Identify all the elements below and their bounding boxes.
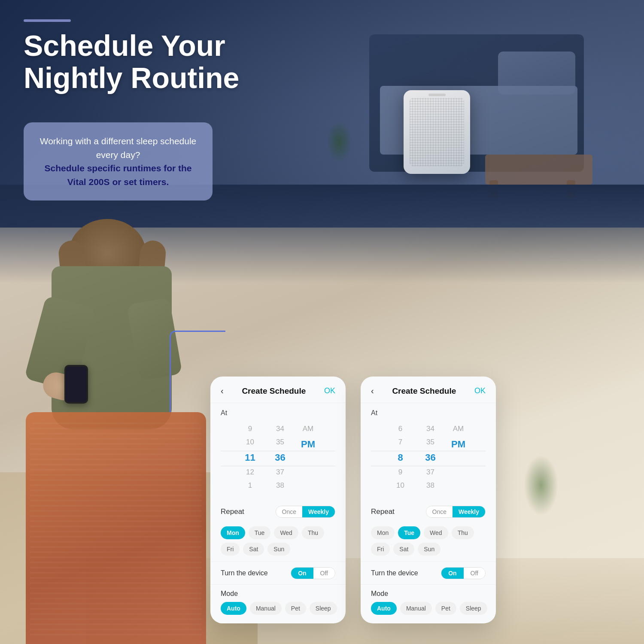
- repeat-toggle-left[interactable]: Once Weekly: [276, 506, 335, 518]
- repeat-label-left: Repeat: [221, 507, 244, 516]
- ampm-col-right[interactable]: AM PM: [446, 423, 471, 492]
- hour-10-left: 10: [246, 436, 254, 449]
- min-36-right: 36: [425, 450, 435, 465]
- day-sun-left[interactable]: Sun: [267, 543, 290, 556]
- min-35-right: 35: [426, 436, 434, 449]
- device-toggle-right[interactable]: On Off: [441, 567, 486, 579]
- day-mon-left[interactable]: Mon: [221, 526, 245, 539]
- mode-auto-right[interactable]: Auto: [371, 602, 397, 615]
- day-thu-left[interactable]: Thu: [302, 526, 324, 539]
- device-label-right: Turn the device: [371, 569, 418, 577]
- device-row-right: Turn the device On Off: [361, 562, 496, 584]
- hour-6-right: 6: [398, 423, 402, 435]
- min-36-left: 36: [275, 450, 285, 465]
- mode-manual-left[interactable]: Manual: [250, 602, 282, 615]
- min-34-right: 34: [426, 423, 434, 435]
- min-37-left: 37: [276, 466, 284, 479]
- hero-section: Schedule Your Nightly Routine: [24, 19, 239, 94]
- day-thu-right[interactable]: Thu: [452, 526, 474, 539]
- device-on-left[interactable]: On: [291, 568, 313, 579]
- day-fri-right[interactable]: Fri: [371, 543, 390, 556]
- hero-title: Schedule Your Nightly Routine: [24, 30, 239, 94]
- min-37-right: 37: [426, 466, 434, 479]
- card-left-header: ‹ Create Schedule OK: [210, 377, 346, 403]
- card-left-title: Create Schedule: [242, 386, 306, 396]
- repeat-weekly-left[interactable]: Weekly: [302, 506, 335, 517]
- am-left: AM: [303, 423, 314, 435]
- device-off-left[interactable]: Off: [313, 568, 335, 579]
- minute-col-right[interactable]: 34 35 36 37 38: [416, 423, 446, 492]
- time-picker-right[interactable]: 6 7 8 9 10 34 35 36 37 38 AM PM: [371, 420, 486, 496]
- min-38-right: 38: [426, 480, 434, 492]
- repeat-weekly-right[interactable]: Weekly: [453, 506, 485, 517]
- ok-button-left[interactable]: OK: [324, 386, 335, 395]
- pm-left: PM: [301, 436, 315, 452]
- pm-right: PM: [451, 436, 465, 452]
- day-wed-left[interactable]: Wed: [274, 526, 298, 539]
- mode-auto-left[interactable]: Auto: [221, 602, 246, 615]
- day-sat-right[interactable]: Sat: [393, 543, 414, 556]
- repeat-once-left[interactable]: Once: [276, 506, 302, 517]
- min-34-left: 34: [276, 423, 284, 435]
- hour-1-left: 1: [248, 480, 252, 492]
- ampm-col-left[interactable]: AM PM: [295, 423, 321, 492]
- mode-row-right: Auto Manual Pet Sleep: [371, 602, 486, 615]
- day-sat-left[interactable]: Sat: [243, 543, 264, 556]
- device-off-right[interactable]: Off: [464, 568, 485, 579]
- mode-sleep-right[interactable]: Sleep: [460, 602, 487, 615]
- hour-10-right: 10: [396, 480, 404, 492]
- hour-11-left: 11: [245, 450, 255, 465]
- time-divider-bottom-right: [371, 466, 486, 466]
- mode-label-right: Mode: [371, 590, 486, 598]
- at-label-right: At: [371, 409, 486, 417]
- ok-button-right[interactable]: OK: [474, 386, 486, 395]
- day-tue-right[interactable]: Tue: [398, 526, 420, 539]
- hour-9-left: 9: [248, 423, 252, 435]
- back-icon-left[interactable]: ‹: [221, 386, 224, 396]
- mode-pet-right[interactable]: Pet: [435, 602, 456, 615]
- mode-section-right: Mode Auto Manual Pet Sleep: [361, 584, 496, 623]
- mode-sleep-left[interactable]: Sleep: [310, 602, 337, 615]
- card-left: ‹ Create Schedule OK At 9 10 11 12 1 34 …: [210, 377, 346, 623]
- repeat-label-right: Repeat: [371, 507, 395, 516]
- device-on-right[interactable]: On: [441, 568, 463, 579]
- hour-col-right[interactable]: 6 7 8 9 10: [386, 423, 416, 492]
- day-tue-left[interactable]: Tue: [249, 526, 271, 539]
- at-label-left: At: [221, 409, 335, 417]
- card-right-header: ‹ Create Schedule OK: [361, 377, 496, 403]
- am-right: AM: [453, 423, 464, 435]
- days-row-right: Mon Tue Wed Thu Fri Sat Sun: [361, 524, 496, 562]
- hour-col-left[interactable]: 9 10 11 12 1: [235, 423, 265, 492]
- repeat-toggle-right[interactable]: Once Weekly: [426, 506, 486, 518]
- repeat-row-left: Repeat Once Weekly: [210, 500, 346, 524]
- mode-pet-left[interactable]: Pet: [285, 602, 306, 615]
- info-box-text: Working with a different sleep schedule …: [37, 134, 199, 188]
- card-right: ‹ Create Schedule OK At 6 7 8 9 10 34 35…: [361, 377, 496, 623]
- at-section-left: At 9 10 11 12 1 34 35 36 37 38 AM PM: [210, 403, 346, 500]
- back-icon-right[interactable]: ‹: [371, 386, 374, 396]
- device-row-left: Turn the device On Off: [210, 562, 346, 584]
- repeat-row-right: Repeat Once Weekly: [361, 500, 496, 524]
- mode-row-left: Auto Manual Pet Sleep: [221, 602, 335, 615]
- hour-8-right: 8: [398, 450, 403, 465]
- device-label-left: Turn the device: [221, 569, 268, 577]
- mode-label-left: Mode: [221, 590, 335, 598]
- time-divider-bottom-left: [221, 466, 335, 466]
- mode-section-left: Mode Auto Manual Pet Sleep: [210, 584, 346, 623]
- device-toggle-left[interactable]: On Off: [291, 567, 335, 579]
- mode-manual-right[interactable]: Manual: [400, 602, 432, 615]
- day-sun-right[interactable]: Sun: [418, 543, 440, 556]
- time-divider-top-left: [221, 451, 335, 451]
- days-row-left: Mon Tue Wed Thu Fri Sat Sun: [210, 524, 346, 562]
- hour-12-left: 12: [246, 466, 254, 479]
- minute-col-left[interactable]: 34 35 36 37 38: [265, 423, 295, 492]
- time-picker-left[interactable]: 9 10 11 12 1 34 35 36 37 38 AM PM: [221, 420, 335, 496]
- day-fri-left[interactable]: Fri: [221, 543, 240, 556]
- info-box: Working with a different sleep schedule …: [24, 122, 213, 200]
- min-38-left: 38: [276, 480, 284, 492]
- day-mon-right[interactable]: Mon: [371, 526, 395, 539]
- min-35-left: 35: [276, 436, 284, 449]
- repeat-once-right[interactable]: Once: [426, 506, 453, 517]
- time-divider-top-right: [371, 451, 486, 451]
- day-wed-right[interactable]: Wed: [424, 526, 448, 539]
